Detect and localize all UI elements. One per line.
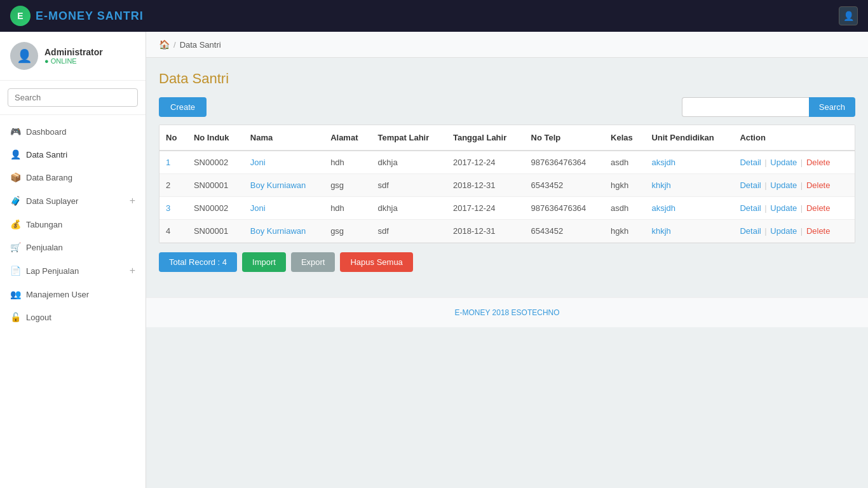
export-button[interactable]: Export <box>291 252 336 272</box>
sidebar-profile: 👤 Administrator ONLINE <box>0 32 146 81</box>
cell-action: Detail | Update | Delete <box>733 197 855 220</box>
data-table-container: No No Induk Nama Alamat Tempat Lahir Tan… <box>159 125 855 243</box>
create-button[interactable]: Create <box>159 97 207 117</box>
sidebar-item-lap-penjualan[interactable]: 📄 Lap Penjualan + <box>0 259 146 283</box>
detail-link[interactable]: Detail <box>740 158 761 167</box>
toolbar: Create Search <box>159 97 855 117</box>
lap-penjualan-icon: 📄 <box>10 266 21 276</box>
sidebar-item-dashboard[interactable]: 🎮 Dashboard <box>0 120 146 143</box>
hapus-semua-button[interactable]: Hapus Semua <box>340 252 412 272</box>
tabungan-icon: 💰 <box>10 219 21 229</box>
sidebar-item-label: Penjualan <box>26 243 63 252</box>
footer-brand: ESOTECHNO <box>512 308 560 317</box>
cell-unit-pendidikan: khkjh <box>645 174 733 197</box>
delete-link[interactable]: Delete <box>806 226 831 236</box>
cell-no-telp: 6543452 <box>525 174 605 197</box>
col-tempat-lahir: Tempat Lahir <box>372 125 447 151</box>
sidebar-item-label: Tabungan <box>26 220 62 229</box>
sidebar-item-logout[interactable]: 🔓 Logout <box>0 306 146 329</box>
cell-no-telp: 987636476364 <box>525 151 605 174</box>
col-kelas: Kelas <box>604 125 645 151</box>
col-no: No <box>159 125 187 151</box>
cell-alamat: hdh <box>324 197 371 220</box>
data-suplayer-icon: 🧳 <box>10 196 21 206</box>
plus-icon: + <box>130 195 135 207</box>
table-body: 1 SN00002 Joni hdh dkhja 2017-12-24 9876… <box>159 151 855 243</box>
update-link[interactable]: Update <box>770 180 797 190</box>
user-name: Administrator <box>44 47 103 57</box>
cell-unit-pendidikan: khkjh <box>645 220 733 243</box>
delete-link[interactable]: Delete <box>806 180 831 190</box>
breadcrumb-current: Data Santri <box>180 40 221 50</box>
col-nama: Nama <box>244 125 324 151</box>
cell-kelas: hgkh <box>604 220 645 243</box>
search-button[interactable]: Search <box>809 97 855 117</box>
avatar: 👤 <box>10 42 38 70</box>
cell-no-induk: SN00001 <box>187 220 244 243</box>
sidebar-item-label: Dashboard <box>26 127 67 137</box>
sidebar-item-label: Lap Penjualan <box>26 266 79 276</box>
layout: 👤 Administrator ONLINE 🎮 Dashboard 👤 Dat… <box>0 32 868 488</box>
sidebar-item-manajemen-user[interactable]: 👥 Manajemen User <box>0 283 146 306</box>
cell-tanggal-lahir: 2018-12-31 <box>447 220 525 243</box>
sidebar-item-label: Data Suplayer <box>26 196 78 206</box>
col-action: Action <box>733 125 855 151</box>
update-link[interactable]: Update <box>770 158 797 167</box>
sidebar-item-tabungan[interactable]: 💰 Tabungan <box>0 213 146 236</box>
sidebar-item-penjualan[interactable]: 🛒 Penjualan <box>0 236 146 259</box>
update-link[interactable]: Update <box>770 226 797 236</box>
sidebar-item-data-santri[interactable]: 👤 Data Santri <box>0 143 146 166</box>
detail-link[interactable]: Detail <box>740 226 761 236</box>
sidebar-search-area <box>0 81 146 115</box>
table-search-input[interactable] <box>682 97 809 117</box>
delete-link[interactable]: Delete <box>806 203 831 213</box>
brand: E E-MONEY SANTRI <box>10 6 144 26</box>
user-icon-button[interactable]: 👤 <box>839 6 858 25</box>
table-header: No No Induk Nama Alamat Tempat Lahir Tan… <box>159 125 855 151</box>
sidebar-item-data-barang[interactable]: 📦 Data Barang <box>0 166 146 189</box>
top-nav: E E-MONEY SANTRI 👤 <box>0 0 868 32</box>
cell-action: Detail | Update | Delete <box>733 220 855 243</box>
sidebar-item-label: Data Barang <box>26 173 72 182</box>
bottom-bar: Total Record : 4 Import Export Hapus Sem… <box>159 243 855 272</box>
cell-kelas: asdh <box>604 151 645 174</box>
main-content: 🏠 / Data Santri Data Santri Create Searc… <box>146 32 868 488</box>
col-no-induk: No Induk <box>187 125 244 151</box>
delete-link[interactable]: Delete <box>806 158 831 167</box>
dashboard-icon: 🎮 <box>10 126 21 137</box>
detail-link[interactable]: Detail <box>740 180 761 190</box>
col-alamat: Alamat <box>324 125 371 151</box>
cell-no: 4 <box>159 220 187 243</box>
cell-unit-pendidikan: aksjdh <box>645 197 733 220</box>
detail-link[interactable]: Detail <box>740 203 761 213</box>
page-title: Data Santri <box>159 71 855 87</box>
import-button[interactable]: Import <box>242 252 286 272</box>
cell-no: 2 <box>159 174 187 197</box>
cell-no-induk: SN00001 <box>187 174 244 197</box>
sidebar-search-input[interactable] <box>8 88 138 107</box>
cell-no: 1 <box>159 151 187 174</box>
cell-tempat-lahir: sdf <box>372 220 447 243</box>
cell-nama: Joni <box>244 197 324 220</box>
update-link[interactable]: Update <box>770 203 797 213</box>
cell-kelas: asdh <box>604 197 645 220</box>
sidebar-nav: 🎮 Dashboard 👤 Data Santri 📦 Data Barang … <box>0 115 146 334</box>
cell-alamat: gsg <box>324 220 371 243</box>
brand-title: E-MONEY SANTRI <box>36 10 144 23</box>
cell-nama: Joni <box>244 151 324 174</box>
cell-alamat: hdh <box>324 151 371 174</box>
cell-action: Detail | Update | Delete <box>733 174 855 197</box>
cell-kelas: hgkh <box>604 174 645 197</box>
cell-nama: Boy Kurniawan <box>244 174 324 197</box>
sidebar-item-data-suplayer[interactable]: 🧳 Data Suplayer + <box>0 189 146 213</box>
table-header-row: No No Induk Nama Alamat Tempat Lahir Tan… <box>159 125 855 151</box>
total-record-badge: Total Record : 4 <box>159 252 237 272</box>
penjualan-icon: 🛒 <box>10 242 21 252</box>
home-icon[interactable]: 🏠 <box>159 39 170 50</box>
sidebar-item-label: Manajemen User <box>26 290 89 299</box>
col-no-telp: No Telp <box>525 125 605 151</box>
cell-tanggal-lahir: 2018-12-31 <box>447 174 525 197</box>
search-box: Search <box>682 97 855 117</box>
sidebar-item-label: Logout <box>26 313 51 322</box>
cell-no-induk: SN00002 <box>187 151 244 174</box>
